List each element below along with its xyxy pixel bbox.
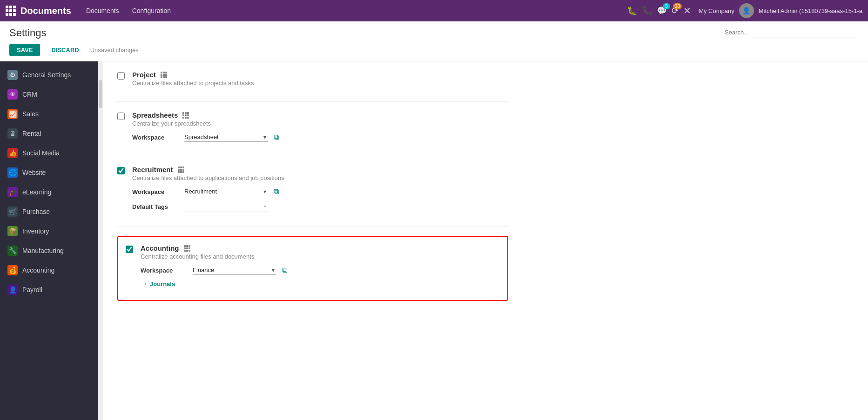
sidebar: ⚙ General Settings 👁 CRM 📈 Sales 🖥 Renta… (0, 61, 98, 420)
sidebar-label: CRM (22, 91, 37, 98)
accounting-desc: Centralize accounting files and document… (141, 253, 500, 260)
scroll-thumb (99, 80, 102, 108)
social-icon: 👍 (7, 148, 18, 158)
sidebar-label: Inventory (22, 227, 49, 235)
main-layout: ⚙ General Settings 👁 CRM 📈 Sales 🖥 Renta… (0, 61, 868, 420)
close-icon[interactable]: ✕ (683, 5, 691, 16)
chevron-down-icon: ▾ (264, 204, 266, 209)
user-name: Mitchell Admin (15180739-saas-15-1-a (759, 7, 862, 14)
spreadsheets-grid-badge (182, 112, 189, 119)
spreadsheets-external-link[interactable]: ⧉ (274, 133, 279, 141)
sidebar-item-payroll[interactable]: 👤 Payroll (0, 280, 98, 300)
spreadsheets-desc: Centralize your spreadsheets (132, 120, 508, 127)
journals-link[interactable]: → Journals (141, 280, 175, 288)
accounting-external-link[interactable]: ⧉ (282, 266, 287, 274)
refresh-icon[interactable]: ⟳ 23 (672, 6, 679, 16)
gear-icon: ⚙ (7, 70, 18, 80)
sidebar-item-accounting[interactable]: 💰 Accounting (0, 260, 98, 280)
project-checkbox[interactable] (117, 72, 125, 80)
sidebar-label: Sales (22, 110, 39, 118)
main-nav: Documents Configuration (81, 4, 627, 17)
sidebar-item-crm[interactable]: 👁 CRM (0, 85, 98, 104)
sidebar-item-purchase[interactable]: 🛒 Purchase (0, 202, 98, 221)
accounting-grid-badge (184, 245, 190, 252)
sidebar-item-sales[interactable]: 📈 Sales (0, 104, 98, 124)
spreadsheets-workspace-row: Workspace Spreadsheet Finance Recruitmen… (132, 133, 508, 142)
accounting-workspace-wrapper: Finance Spreadsheet Recruitment ▾ (193, 266, 276, 275)
recruitment-workspace-select[interactable]: Recruitment Finance Spreadsheet (184, 187, 268, 196)
accounting-workspace-select[interactable]: Finance Spreadsheet Recruitment (193, 266, 276, 275)
project-grid-badge (161, 72, 167, 78)
project-desc: Centralize files attached to projects an… (132, 80, 508, 87)
spreadsheets-title: Spreadsheets (132, 111, 508, 119)
avatar: 👤 (739, 3, 754, 18)
accounting-icon: 💰 (7, 265, 18, 275)
sidebar-label: Accounting (22, 267, 54, 274)
sidebar-label: eLearning (22, 188, 51, 196)
arrow-right-icon: → (141, 280, 148, 288)
sidebar-item-elearning[interactable]: 🎓 eLearning (0, 182, 98, 202)
sidebar-scrollbar[interactable] (98, 61, 103, 420)
crm-icon: 👁 (7, 89, 18, 100)
accounting-section-body: Accounting Centralize accounting files a… (141, 244, 500, 293)
manufacturing-icon: 🔧 (7, 246, 18, 256)
sidebar-label: Payroll (22, 286, 42, 293)
project-title: Project (132, 71, 508, 79)
recruitment-workspace-label: Workspace (132, 188, 179, 195)
brand[interactable]: Documents (6, 6, 71, 16)
navbar-actions: 🐛 📞 💬 5 ⟳ 23 ✕ My Company 👤 Mitchell Adm… (627, 3, 862, 18)
search-input[interactable] (719, 27, 859, 38)
chat-icon[interactable]: 💬 5 (657, 6, 667, 16)
spreadsheets-workspace-select[interactable]: Spreadsheet Finance Recruitment (184, 133, 268, 142)
recruitment-checkbox[interactable] (117, 167, 125, 174)
sidebar-item-inventory[interactable]: 📦 Inventory (0, 221, 98, 241)
company-name: My Company (699, 7, 734, 14)
phone-icon[interactable]: 📞 (642, 6, 652, 16)
spreadsheets-checkbox[interactable] (117, 113, 125, 120)
chat-badge: 5 (663, 3, 670, 9)
recruitment-workspace-wrapper: Recruitment Finance Spreadsheet ▾ (184, 187, 268, 196)
rental-icon: 🖥 (7, 128, 18, 139)
sales-icon: 📈 (7, 109, 18, 119)
unsaved-label: Unsaved changes (90, 47, 139, 53)
sidebar-label: Website (22, 169, 46, 176)
apps-icon[interactable] (6, 6, 16, 16)
discard-button[interactable]: DISCARD (44, 44, 86, 56)
recruitment-desc: Centralize files attached to application… (132, 174, 508, 181)
page-header: Settings SAVE DISCARD Unsaved changes (0, 21, 868, 61)
sidebar-item-rental[interactable]: 🖥 Rental (0, 124, 98, 143)
sidebar-item-social-media[interactable]: 👍 Social Media (0, 143, 98, 163)
nav-configuration[interactable]: Configuration (127, 4, 176, 17)
nav-documents[interactable]: Documents (81, 4, 125, 17)
settings-content: Project Centralize files attached to pro… (103, 61, 522, 420)
recruitment-grid-badge (178, 167, 184, 173)
recruitment-section-body: Recruitment Centralize files attached to… (132, 166, 508, 217)
sidebar-label: Social Media (22, 149, 60, 157)
notif-badge: 23 (673, 3, 682, 9)
sidebar-item-manufacturing[interactable]: 🔧 Manufacturing (0, 241, 98, 260)
recruitment-tags-field[interactable]: ▾ (184, 201, 268, 212)
recruitment-external-link[interactable]: ⧉ (274, 187, 279, 196)
sidebar-item-website[interactable]: 🌐 Website (0, 163, 98, 182)
accounting-section: Accounting Centralize accounting files a… (126, 244, 500, 293)
payroll-icon: 👤 (7, 285, 18, 295)
project-section: Project Centralize files attached to pro… (117, 61, 508, 102)
accounting-workspace-row: Workspace Finance Spreadsheet Recruitmen… (141, 266, 500, 275)
recruitment-tags-label: Default Tags (132, 203, 179, 210)
content-area: Project Centralize files attached to pro… (103, 61, 868, 420)
page-title: Settings (9, 27, 47, 39)
toolbar: SAVE DISCARD Unsaved changes (9, 44, 859, 61)
spreadsheets-workspace-label: Workspace (132, 134, 179, 141)
sidebar-label: Rental (22, 130, 41, 137)
project-section-body: Project Centralize files attached to pro… (132, 71, 508, 92)
spreadsheets-workspace-wrapper: Spreadsheet Finance Recruitment ▾ (184, 133, 268, 142)
sidebar-item-general-settings[interactable]: ⚙ General Settings (0, 65, 98, 85)
save-button[interactable]: SAVE (9, 44, 40, 56)
website-icon: 🌐 (7, 167, 18, 178)
accounting-checkbox[interactable] (126, 246, 133, 253)
bug-icon[interactable]: 🐛 (627, 6, 637, 16)
accounting-journals-row: → Journals (141, 280, 500, 288)
recruitment-tags-row: Default Tags ▾ (132, 201, 508, 212)
spreadsheets-section: Spreadsheets Centralize your spreadsheet… (117, 102, 508, 156)
recruitment-section: Recruitment Centralize files attached to… (117, 156, 508, 227)
